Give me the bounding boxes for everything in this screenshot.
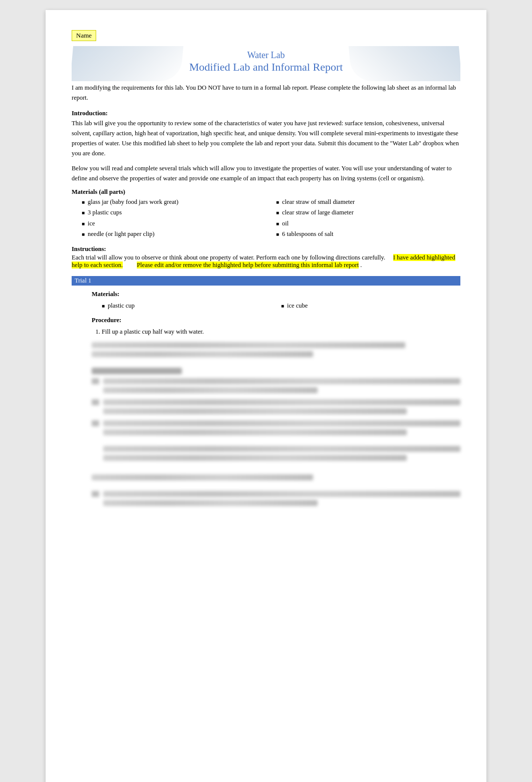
trial-1-procedure-title: Procedure: [92, 317, 460, 324]
introduction-section: Introduction: This lab will give you the… [72, 110, 460, 158]
name-tag: Name [72, 30, 96, 41]
document-page: Name Water Lab Modified Lab and Informal… [46, 10, 486, 782]
trial-1-materials-title: Materials: [92, 291, 460, 298]
materials-title: Materials (all parts) [72, 188, 460, 196]
below-paragraph: Below you will read and complete several… [72, 163, 460, 183]
trial-1-header: Trial 1 [72, 276, 460, 286]
highlight-text-2: Please edit and/or remove the highlighte… [137, 262, 359, 269]
trial-1-materials-grid: ■ plastic cup ■ ice cube [92, 300, 460, 312]
trial-mat-item-1: ■ plastic cup [102, 300, 281, 312]
trial-mat-item-2: ■ ice cube [281, 300, 460, 312]
blurred-item-1 [92, 378, 460, 396]
bullet-7: ■ [276, 219, 279, 228]
trial-1-procedure-list: Fill up a plastic cup half way with wate… [92, 326, 460, 338]
bullet-4: ■ [82, 230, 85, 238]
blurred-item-4 [92, 491, 460, 509]
blurred-section-title [92, 368, 182, 374]
header-title: Water Lab [72, 46, 460, 61]
trial-bullet-1: ■ [102, 302, 105, 311]
materials-col2: ■ clear straw of small diameter ■ clear … [266, 197, 460, 239]
trial-1-section: Trial 1 Materials: ■ plastic cup ■ ice c… [72, 276, 460, 509]
blurred-item-3 [92, 420, 460, 464]
mat-item-6: ■ clear straw of large diameter [276, 207, 460, 218]
intro-paragraph: I am modifying the requirements for this… [72, 83, 460, 103]
bullet-5: ■ [276, 198, 279, 206]
header-subtitle: Modified Lab and Informal Report [72, 61, 460, 74]
trial-1-content: Materials: ■ plastic cup ■ ice cube Proc… [72, 291, 460, 509]
materials-section: Materials (all parts) ■ glass jar (baby … [72, 188, 460, 239]
instructions-section: Instructions: Each trial will allow you … [72, 245, 460, 269]
mat-item-8: ■ 6 tablespoons of salt [276, 229, 460, 239]
mat-item-1: ■ glass jar (baby food jars work great) [82, 197, 266, 207]
document-header: Water Lab Modified Lab and Informal Repo… [72, 46, 460, 74]
mat-item-7: ■ oil [276, 218, 460, 229]
introduction-body: This lab will give you the opportunity t… [72, 118, 460, 158]
blurred-item-2 [92, 399, 460, 417]
mat-item-2: ■ 3 plastic cups [82, 207, 266, 218]
bullet-2: ■ [82, 208, 85, 217]
bullet-3: ■ [82, 219, 85, 228]
blurred-line-answer [92, 474, 313, 480]
trial-bullet-2: ■ [281, 302, 284, 311]
blurred-line-1 [92, 342, 405, 348]
introduction-title: Introduction: [72, 110, 460, 117]
materials-col1: ■ glass jar (baby food jars work great) … [72, 197, 266, 239]
instructions-body: Each trial will allow you to observe or … [72, 254, 460, 269]
materials-grid: ■ glass jar (baby food jars work great) … [72, 197, 460, 239]
mat-item-5: ■ clear straw of small diameter [276, 197, 460, 207]
mat-item-4: ■ needle (or light paper clip) [82, 229, 266, 239]
blurred-content [92, 342, 460, 509]
instructions-title: Instructions: [72, 245, 460, 253]
mat-item-3: ■ ice [82, 218, 266, 229]
bullet-1: ■ [82, 198, 85, 206]
bullet-8: ■ [276, 230, 279, 238]
blurred-line-2 [92, 351, 313, 357]
procedure-step-1: Fill up a plastic cup half way with wate… [102, 326, 460, 338]
bullet-6: ■ [276, 208, 279, 217]
name-label: Name [76, 32, 92, 39]
